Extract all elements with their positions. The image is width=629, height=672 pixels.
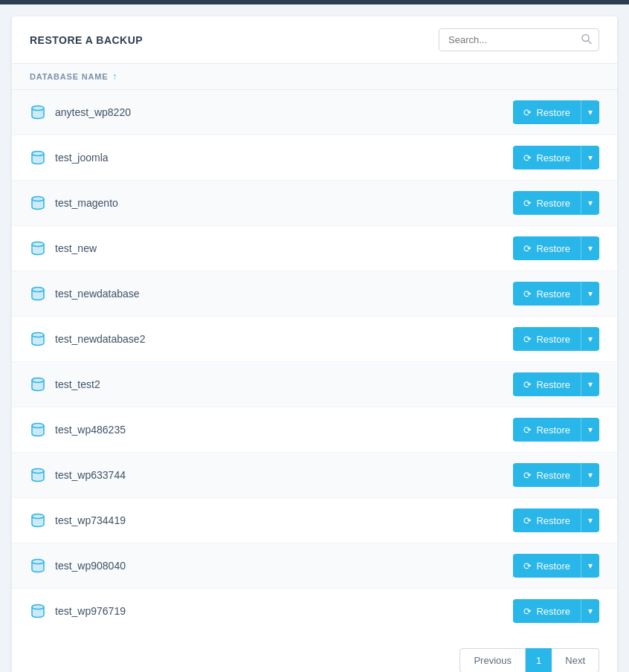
restore-button[interactable]: ⟳ Restore ▾ xyxy=(513,282,599,306)
restore-dropdown-button[interactable]: ▾ xyxy=(581,419,599,440)
database-icon xyxy=(30,195,46,211)
db-name-label: test_joomla xyxy=(55,152,513,164)
restore-dropdown-button[interactable]: ▾ xyxy=(581,147,599,168)
svg-point-11 xyxy=(32,288,44,292)
restore-label: Restore xyxy=(536,288,570,300)
db-name-label: test_wp633744 xyxy=(55,469,513,481)
restore-icon: ⟳ xyxy=(523,470,532,481)
svg-point-21 xyxy=(32,514,44,519)
restore-main-button[interactable]: ⟳ Restore xyxy=(513,102,581,123)
restore-label: Restore xyxy=(536,424,570,436)
table-header: DATABASE NAME ↑ xyxy=(12,64,617,90)
svg-point-15 xyxy=(32,378,44,383)
page-title: RESTORE A BACKUP xyxy=(30,34,143,46)
db-name-label: test_newdatabase2 xyxy=(55,333,513,345)
db-name-label: test_wp486235 xyxy=(55,424,513,436)
restore-main-button[interactable]: ⟳ Restore xyxy=(513,193,581,214)
svg-point-17 xyxy=(32,424,44,428)
restore-dropdown-button[interactable]: ▾ xyxy=(581,238,599,259)
table-row: test_wp734419 ⟳ Restore ▾ xyxy=(12,498,617,543)
restore-button[interactable]: ⟳ Restore ▾ xyxy=(513,418,599,442)
restore-dropdown-button[interactable]: ▾ xyxy=(581,193,599,213)
restore-main-button[interactable]: ⟳ Restore xyxy=(513,238,581,259)
svg-point-5 xyxy=(32,152,44,156)
restore-dropdown-button[interactable]: ▾ xyxy=(581,555,599,576)
restore-dropdown-button[interactable]: ▾ xyxy=(581,329,599,349)
restore-button[interactable]: ⟳ Restore ▾ xyxy=(513,463,599,487)
db-name-label: test_test2 xyxy=(55,378,513,390)
restore-main-button[interactable]: ⟳ Restore xyxy=(513,510,581,532)
table-row: test_wp908040 ⟳ Restore ▾ xyxy=(12,543,617,589)
database-icon xyxy=(30,512,46,529)
restore-label: Restore xyxy=(536,515,570,526)
previous-button[interactable]: Previous xyxy=(459,648,526,672)
restore-label: Restore xyxy=(536,379,570,390)
restore-main-button[interactable]: ⟳ Restore xyxy=(513,601,581,622)
restore-button[interactable]: ⟳ Restore ▾ xyxy=(513,599,599,623)
restore-dropdown-button[interactable]: ▾ xyxy=(581,601,599,621)
col-db-name-header: DATABASE NAME ↑ xyxy=(30,71,599,82)
restore-dropdown-button[interactable]: ▾ xyxy=(581,465,599,485)
restore-main-button[interactable]: ⟳ Restore xyxy=(513,283,581,305)
restore-label: Restore xyxy=(536,152,570,164)
table-row: test_wp633744 ⟳ Restore ▾ xyxy=(12,453,617,498)
restore-dropdown-button[interactable]: ▾ xyxy=(581,510,599,531)
restore-icon: ⟳ xyxy=(523,379,532,390)
restore-button[interactable]: ⟳ Restore ▾ xyxy=(513,236,599,260)
search-wrapper xyxy=(439,28,599,51)
restore-icon: ⟳ xyxy=(523,288,532,300)
restore-main-button[interactable]: ⟳ Restore xyxy=(513,329,581,350)
sort-icon[interactable]: ↑ xyxy=(112,71,117,82)
restore-main-button[interactable]: ⟳ Restore xyxy=(513,555,581,577)
restore-dropdown-button[interactable]: ▾ xyxy=(581,102,599,123)
db-name-label: test_newdatabase xyxy=(55,288,513,300)
restore-label: Restore xyxy=(536,243,570,254)
restore-dropdown-button[interactable]: ▾ xyxy=(581,374,599,395)
restore-main-button[interactable]: ⟳ Restore xyxy=(513,147,581,169)
restore-label: Restore xyxy=(536,606,570,617)
restore-label: Restore xyxy=(536,334,570,345)
search-input[interactable] xyxy=(439,28,599,51)
database-icon xyxy=(30,240,46,256)
database-icon xyxy=(30,603,46,619)
db-table-body: anytest_wp8220 ⟳ Restore ▾ test_joomla xyxy=(12,90,617,633)
table-row: test_newdatabase ⟳ Restore ▾ xyxy=(12,271,617,317)
restore-button[interactable]: ⟳ Restore ▾ xyxy=(513,191,599,215)
restore-icon: ⟳ xyxy=(523,515,532,526)
database-icon xyxy=(30,149,46,166)
svg-point-25 xyxy=(32,605,44,610)
db-name-label: test_wp976719 xyxy=(55,605,513,617)
restore-button[interactable]: ⟳ Restore ▾ xyxy=(513,554,599,578)
table-row: test_test2 ⟳ Restore ▾ xyxy=(12,362,617,407)
restore-icon: ⟳ xyxy=(523,152,532,164)
table-row: test_wp486235 ⟳ Restore ▾ xyxy=(12,407,617,453)
db-name-label: anytest_wp8220 xyxy=(55,106,513,118)
restore-icon: ⟳ xyxy=(523,424,532,436)
svg-point-9 xyxy=(32,242,44,247)
table-row: test_newdatabase2 ⟳ Restore ▾ xyxy=(12,317,617,362)
database-icon xyxy=(30,376,46,392)
restore-button[interactable]: ⟳ Restore ▾ xyxy=(513,146,599,169)
database-icon xyxy=(30,285,46,302)
restore-dropdown-button[interactable]: ▾ xyxy=(581,283,599,304)
next-button[interactable]: Next xyxy=(552,648,599,672)
restore-button[interactable]: ⟳ Restore ▾ xyxy=(513,508,599,532)
restore-button[interactable]: ⟳ Restore ▾ xyxy=(513,100,599,124)
svg-point-19 xyxy=(32,469,44,474)
restore-label: Restore xyxy=(536,198,570,209)
table-row: anytest_wp8220 ⟳ Restore ▾ xyxy=(12,90,617,135)
pagination: Previous 1 Next xyxy=(12,633,617,672)
database-icon xyxy=(30,558,46,574)
database-icon xyxy=(30,331,46,347)
restore-label: Restore xyxy=(536,107,570,118)
restore-button[interactable]: ⟳ Restore ▾ xyxy=(513,372,599,396)
restore-main-button[interactable]: ⟳ Restore xyxy=(513,374,581,395)
restore-button[interactable]: ⟳ Restore ▾ xyxy=(513,327,599,351)
restore-label: Restore xyxy=(536,470,570,481)
restore-main-button[interactable]: ⟳ Restore xyxy=(513,465,581,486)
restore-main-button[interactable]: ⟳ Restore xyxy=(513,419,581,441)
page-number-1[interactable]: 1 xyxy=(526,648,552,672)
database-icon xyxy=(30,467,46,483)
svg-point-23 xyxy=(32,560,44,564)
table-row: test_new ⟳ Restore ▾ xyxy=(12,226,617,271)
